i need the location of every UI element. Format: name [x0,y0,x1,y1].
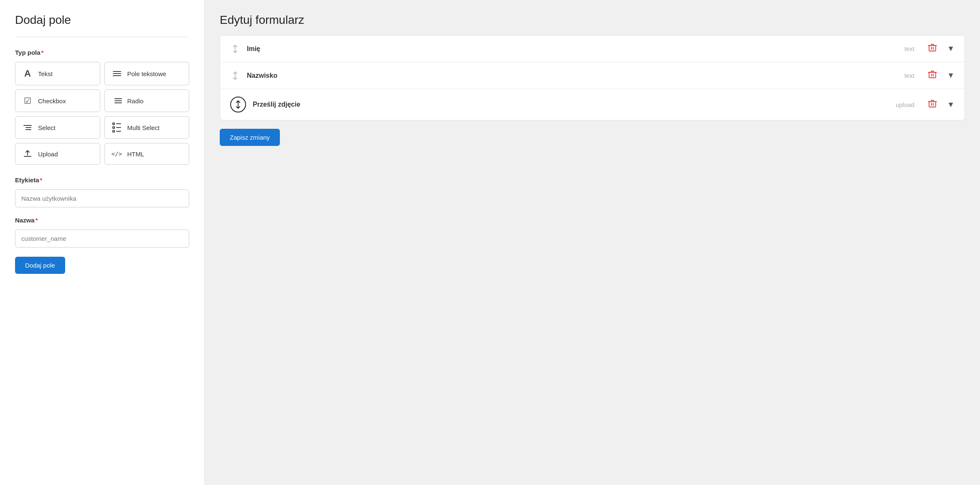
html-icon: </> [112,151,122,157]
etykieta-label: Etykieta* [15,176,189,184]
svg-rect-0 [929,46,936,51]
right-panel: Edytuj formularz Imię text ▼ [205,0,980,485]
etykieta-group: Etykieta* [15,176,189,207]
field-type-tekst[interactable]: A Tekst [15,62,100,85]
delete-icon-przeslij[interactable] [928,99,937,110]
field-type-label: Typ pola* [15,49,189,56]
field-type-pole-tekstowe[interactable]: Pole tekstowe [104,62,190,85]
divider [15,37,189,37]
sort-icon-circle-przeslij[interactable] [230,97,246,112]
field-type-multi-select[interactable]: Multi Select [104,116,190,139]
field-type-html-label: HTML [127,151,145,158]
left-panel: Dodaj pole Typ pola* A Tekst Pole teksto… [0,0,205,485]
etykieta-input[interactable] [15,189,189,207]
field-type-checkbox-label: Checkbox [38,97,66,105]
form-row-imie: Imię text ▼ [220,36,965,62]
tekst-icon: A [22,68,33,79]
upload-icon [22,149,33,158]
field-type-select[interactable]: Select [15,116,100,139]
delete-icon-nazwisko[interactable] [928,70,937,81]
field-type-radio-label: Radio [127,97,144,105]
field-type-checkbox[interactable]: ☑ Checkbox [15,89,100,112]
field-types-grid: A Tekst Pole tekstowe ☑ Checkbox Radio [15,62,189,165]
radio-icon [112,98,122,103]
row-label-imie: Imię [247,45,898,53]
row-type-nazwisko: text [904,72,914,79]
row-label-nazwisko: Nazwisko [247,72,898,79]
checkbox-icon: ☑ [22,96,33,106]
left-panel-title: Dodaj pole [15,13,189,27]
row-label-przeslij: Prześlij zdjęcie [253,101,889,108]
pole-tekstowe-icon [112,71,122,76]
field-type-radio[interactable]: Radio [104,89,190,112]
nazwa-group: Nazwa* [15,217,189,248]
form-card: Imię text ▼ Nazwisko text [220,35,965,120]
field-type-multi-select-label: Multi Select [127,124,160,131]
nazwa-input[interactable] [15,230,189,248]
right-panel-title: Edytuj formularz [220,13,965,27]
nazwa-label: Nazwa* [15,217,189,224]
field-type-upload[interactable]: Upload [15,143,100,165]
add-field-button[interactable]: Dodaj pole [15,257,65,274]
field-type-html[interactable]: </> HTML [104,143,190,165]
multi-select-icon [112,123,122,133]
row-type-przeslij: upload [896,101,914,108]
chevron-icon-nazwisko[interactable]: ▼ [947,71,955,80]
field-type-pole-tekstowe-label: Pole tekstowe [127,70,166,77]
form-row-nazwisko: Nazwisko text ▼ [220,62,965,89]
chevron-icon-imie[interactable]: ▼ [947,44,955,53]
row-type-imie: text [904,45,914,52]
select-icon [22,125,33,130]
sort-icon-imie[interactable] [230,44,240,54]
field-type-tekst-label: Tekst [38,70,53,77]
chevron-icon-przeslij[interactable]: ▼ [947,100,955,109]
form-row-przeslij: Prześlij zdjęcie upload ▼ [220,89,965,120]
delete-icon-imie[interactable] [928,43,937,54]
sort-icon-nazwisko[interactable] [230,71,240,80]
field-type-select-label: Select [38,124,56,131]
svg-rect-2 [929,102,936,107]
save-changes-button[interactable]: Zapisz zmiany [220,129,280,146]
field-type-upload-label: Upload [38,151,58,158]
svg-rect-1 [929,72,936,78]
